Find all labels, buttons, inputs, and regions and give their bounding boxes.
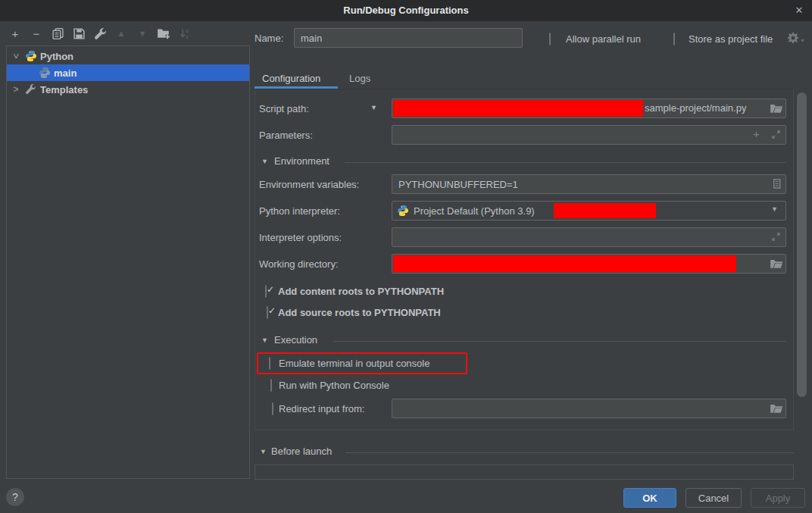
script-path-value: sample-project/main.py [645, 102, 746, 114]
copy-icon [52, 27, 64, 40]
environment-variables-input[interactable] [392, 174, 786, 194]
tree-item-python[interactable]: > Python [7, 48, 249, 64]
emulate-terminal-checkbox[interactable] [269, 357, 270, 370]
parameters-input[interactable] [392, 125, 786, 145]
new-folder-button[interactable] [156, 26, 171, 41]
redirect-input-field[interactable] [392, 399, 786, 418]
store-as-project-file-label: Store as project file [689, 33, 773, 45]
folder-icon[interactable] [770, 102, 783, 115]
add-content-roots-label: Add content roots to PYTHONPATH [278, 286, 444, 297]
remove-configuration-button[interactable]: − [29, 26, 44, 41]
python-icon [397, 205, 409, 217]
tree-item-main[interactable]: main [7, 64, 249, 81]
add-content-roots-checkbox[interactable] [265, 285, 267, 298]
sort-az-icon: az [179, 27, 192, 40]
folder-icon[interactable] [770, 402, 783, 415]
viewport-border-right [793, 89, 794, 430]
before-launch-task-list[interactable] [255, 465, 794, 480]
configurations-toolbar: + − ▲ ▼ az [8, 26, 192, 41]
move-up-button[interactable]: ▲ [114, 26, 129, 41]
vertical-scrollbar[interactable] [797, 92, 807, 397]
sort-configurations-button[interactable]: az [177, 26, 192, 41]
wrench-icon [94, 27, 107, 40]
redaction-overlay [393, 255, 736, 272]
interpreter-options-label: Interpreter options: [259, 232, 342, 243]
new-folder-icon [157, 27, 170, 40]
name-label: Name: [255, 33, 283, 44]
tree-item-templates[interactable]: > Templates [7, 81, 249, 98]
section-divider [345, 162, 786, 163]
copy-configuration-button[interactable] [50, 26, 65, 41]
tab-logs[interactable]: Logs [349, 73, 370, 84]
cancel-button[interactable]: Cancel [686, 488, 742, 508]
expand-icon[interactable] [770, 129, 782, 140]
apply-button[interactable]: Apply [751, 488, 805, 508]
folder-icon[interactable] [770, 257, 783, 271]
active-tab-underline [255, 86, 338, 89]
allow-parallel-run-label: Allow parallel run [566, 33, 641, 45]
redirect-input-label: Redirect input from: [279, 403, 364, 414]
python-icon [39, 67, 51, 79]
viewport-border-left [255, 89, 255, 430]
python-interpreter-value: Project Default (Python 3.9) [414, 205, 535, 217]
before-launch-section-title: Before launch [271, 446, 332, 457]
chevron-down-icon[interactable]: > [11, 52, 21, 61]
chevron-right-icon[interactable]: > [11, 84, 20, 95]
run-with-python-console-checkbox[interactable] [270, 379, 272, 392]
viewport-border-bottom [255, 430, 794, 430]
tree-item-label: Templates [40, 84, 88, 95]
name-input[interactable] [294, 28, 523, 48]
environment-section-title: Environment [274, 155, 329, 167]
expand-icon[interactable] [770, 231, 782, 242]
close-icon[interactable]: ✕ [791, 2, 807, 19]
edit-list-icon[interactable] [771, 178, 782, 189]
arrow-down-icon: ▼ [139, 29, 147, 38]
section-collapse-icon[interactable]: ▼ [260, 448, 267, 455]
emulate-terminal-label: Emulate terminal in output console [279, 358, 429, 369]
plus-icon: + [12, 27, 19, 40]
minus-icon: − [33, 27, 40, 40]
chevron-down-icon[interactable]: ▼ [771, 205, 778, 213]
save-configuration-button[interactable] [71, 26, 86, 41]
section-collapse-icon[interactable]: ▼ [261, 336, 268, 344]
tree-item-label: main [54, 67, 77, 79]
plus-icon[interactable]: + [753, 127, 760, 140]
run-debug-configurations-dialog: Run/Debug Configurations ✕ + − ▲ ▼ az > … [0, 0, 812, 513]
gear-icon[interactable] [787, 32, 799, 44]
edit-templates-button[interactable] [92, 26, 108, 41]
redaction-overlay [554, 203, 656, 218]
svg-text:a: a [186, 28, 189, 33]
title-bar: Run/Debug Configurations ✕ [0, 0, 812, 21]
tree-item-label: Python [40, 51, 73, 62]
help-icon[interactable]: ? [6, 488, 24, 506]
section-collapse-icon[interactable]: ▼ [261, 158, 268, 165]
section-divider [345, 452, 794, 453]
interpreter-options-input[interactable] [392, 227, 786, 247]
ok-button[interactable]: OK [623, 488, 676, 508]
add-source-roots-label: Add source roots to PYTHONPATH [278, 307, 441, 318]
script-path-label: Script path: [259, 103, 309, 114]
wrench-icon [25, 83, 37, 95]
execution-section-title: Execution [274, 334, 317, 346]
arrow-up-icon: ▲ [117, 29, 126, 38]
chevron-down-icon: ▼ [800, 38, 805, 43]
redaction-overlay [393, 100, 643, 117]
working-directory-label: Working directory: [259, 258, 339, 270]
parameters-label: Parameters: [259, 130, 313, 141]
add-source-roots-checkbox[interactable] [267, 306, 268, 319]
save-icon [73, 27, 86, 40]
allow-parallel-run-checkbox[interactable] [549, 33, 551, 45]
tab-row-divider [255, 89, 794, 89]
section-divider [333, 341, 786, 342]
script-path-dropdown-icon[interactable]: ▼ [370, 104, 377, 111]
python-interpreter-label: Python interpreter: [259, 205, 340, 217]
redirect-input-checkbox[interactable] [272, 402, 273, 415]
store-as-project-file-checkbox[interactable] [673, 33, 675, 45]
move-down-button[interactable]: ▼ [135, 26, 150, 41]
tab-configuration[interactable]: Configuration [262, 73, 320, 84]
svg-text:z: z [186, 33, 189, 39]
dialog-title: Run/Debug Configurations [0, 0, 812, 21]
add-configuration-button[interactable]: + [8, 26, 23, 41]
run-with-python-console-label: Run with Python Console [279, 380, 389, 391]
configurations-tree: > Python main > Templates [6, 45, 250, 479]
